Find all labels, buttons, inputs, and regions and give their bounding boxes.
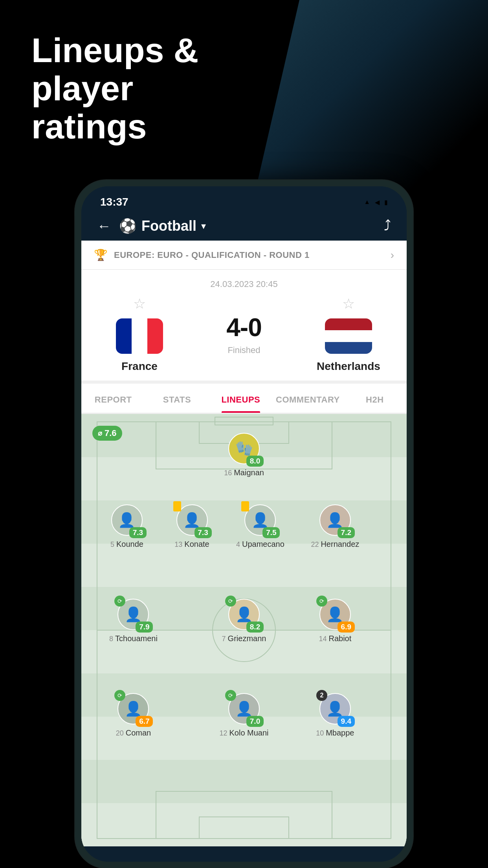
player-maignan[interactable]: 🧤 8.0 16 Maignan bbox=[216, 433, 272, 477]
player-mbappe[interactable]: 👤 2 9.4 10 Mbappe bbox=[308, 693, 363, 737]
sport-icon: ⚽ bbox=[119, 218, 137, 234]
back-button[interactable]: ← bbox=[97, 218, 111, 234]
player-kolo-muani[interactable]: 👤 ⟳ 7.0 12 Kolo Muani bbox=[216, 693, 272, 737]
tab-commentary[interactable]: COMMENTARY bbox=[273, 384, 343, 413]
sport-selector[interactable]: ⚽ Football ▾ bbox=[119, 218, 206, 234]
nav-left: ← ⚽ Football ▾ bbox=[97, 218, 206, 234]
player-name-label: 16 Maignan bbox=[224, 468, 264, 477]
rating-badge: 6.7 bbox=[136, 716, 153, 727]
yellow-card-icon bbox=[241, 501, 249, 511]
match-score: 4-0 bbox=[226, 313, 262, 342]
player-name-label: 7 Griezmann bbox=[222, 634, 266, 643]
phone-screen: 13:37 ▲ ◀ ▮ ← ⚽ Football ▾ ⤴ bbox=[81, 186, 407, 862]
nav-bar: ← ⚽ Football ▾ ⤴ bbox=[81, 211, 407, 241]
player-name-label: 20 Coman bbox=[116, 728, 151, 737]
dropdown-arrow-icon: ▾ bbox=[201, 221, 206, 232]
rating-badge: 7.3 bbox=[129, 527, 147, 538]
netherlands-flag bbox=[325, 318, 372, 354]
content-area: 🏆 EUROPE: EURO - QUALIFICATION - ROUND 1… bbox=[81, 241, 407, 846]
home-team-name: France bbox=[121, 360, 158, 373]
player-avatar-wrap: 👤 ⟳ 7.0 bbox=[228, 693, 260, 725]
tab-report[interactable]: REPORT bbox=[81, 384, 145, 413]
player-name-label: 5 Kounde bbox=[110, 540, 143, 549]
tab-lineups[interactable]: LINEUPS bbox=[209, 384, 273, 413]
average-rating-badge: ⌀ 7.6 bbox=[92, 426, 122, 441]
player-avatar-wrap: 👤 ⟳ 8.2 bbox=[228, 599, 260, 630]
match-datetime: 24.03.2023 20:45 bbox=[94, 279, 394, 289]
player-avatar-wrap: 👤 7.2 bbox=[319, 504, 351, 536]
player-upamecano[interactable]: 👤 7.5 4 Upamecano bbox=[233, 504, 288, 549]
player-avatar-wrap: 👤 7.3 bbox=[111, 504, 143, 536]
player-name-label: 14 Rabiot bbox=[319, 634, 351, 643]
home-team-flag bbox=[116, 318, 163, 354]
hero-title-line2: ratings bbox=[31, 108, 275, 146]
rating-badge: 9.4 bbox=[338, 716, 355, 727]
match-teams: ☆ France 4- bbox=[94, 296, 394, 373]
rating-badge: 8.0 bbox=[246, 456, 264, 467]
player-name-label: 12 Kolo Muani bbox=[219, 728, 268, 737]
battery-icon: ▮ bbox=[384, 199, 388, 206]
rating-badge: 6.9 bbox=[338, 622, 355, 633]
player-griezmann[interactable]: 👤 ⟳ 8.2 7 Griezmann bbox=[216, 599, 272, 643]
match-card: 24.03.2023 20:45 ☆ bbox=[81, 270, 407, 381]
player-konate[interactable]: 👤 7.3 13 Konate bbox=[165, 504, 220, 549]
players-grid: 🧤 8.0 16 Maignan 👤 7.3 bbox=[81, 414, 407, 846]
substitution-icon: ⟳ bbox=[114, 596, 125, 607]
france-flag bbox=[116, 318, 163, 354]
status-bar: 13:37 ▲ ◀ ▮ bbox=[81, 186, 407, 211]
home-team-favorite-icon[interactable]: ☆ bbox=[133, 296, 146, 312]
phone-device: 13:37 ▲ ◀ ▮ ← ⚽ Football ▾ ⤴ bbox=[75, 180, 413, 868]
player-name-label: 13 Konate bbox=[174, 540, 209, 549]
signal-icon: ◀ bbox=[375, 199, 380, 206]
flag-stripe-blue bbox=[325, 342, 372, 354]
player-rabiot[interactable]: 👤 ⟳ 6.9 14 Rabiot bbox=[308, 599, 363, 643]
phone-outer-frame: 13:37 ▲ ◀ ▮ ← ⚽ Football ▾ ⤴ bbox=[75, 180, 413, 868]
match-tabs: REPORT STATS LINEUPS COMMENTARY H2H bbox=[81, 384, 407, 413]
flag-stripe-red bbox=[325, 318, 372, 330]
player-name-label: 10 Mbappe bbox=[316, 728, 354, 737]
home-team: ☆ France bbox=[100, 296, 179, 373]
yellow-card-icon bbox=[173, 501, 181, 511]
hero-title-line1: Lineups & player bbox=[31, 31, 275, 108]
sport-label: Football bbox=[141, 218, 196, 234]
wifi-icon: ▲ bbox=[364, 199, 370, 206]
player-name-label: 4 Upamecano bbox=[236, 540, 284, 549]
player-name-label: 22 Hernandez bbox=[311, 540, 359, 549]
player-avatar-wrap: 🧤 8.0 bbox=[228, 433, 260, 464]
match-center: 4-0 Finished bbox=[226, 313, 262, 355]
flag-stripe-white bbox=[132, 318, 147, 354]
avg-rating-value: 7.6 bbox=[105, 428, 117, 438]
substitution-icon: ⟳ bbox=[316, 596, 327, 607]
player-avatar-wrap: 👤 ⟳ 6.9 bbox=[319, 599, 351, 630]
flag-stripe-red bbox=[147, 318, 163, 354]
player-hernandez[interactable]: 👤 7.2 22 Hernandez bbox=[308, 504, 363, 549]
rating-badge: 7.3 bbox=[194, 527, 212, 538]
avg-rating-icon: ⌀ bbox=[98, 429, 102, 438]
player-tchouameni[interactable]: 👤 ⟳ 7.9 8 Tchouameni bbox=[106, 599, 161, 643]
rating-badge: 7.0 bbox=[246, 716, 264, 727]
tab-stats[interactable]: STATS bbox=[145, 384, 209, 413]
player-kounde[interactable]: 👤 7.3 5 Kounde bbox=[99, 504, 154, 549]
pitch-container: ⌀ 7.6 🧤 8.0 16 Maignan bbox=[81, 414, 407, 846]
status-time: 13:37 bbox=[100, 196, 128, 208]
status-icons: ▲ ◀ ▮ bbox=[364, 199, 388, 206]
player-avatar-wrap: 👤 2 9.4 bbox=[319, 693, 351, 725]
player-name-label: 8 Tchouameni bbox=[109, 634, 158, 643]
player-coman[interactable]: 👤 ⟳ 6.7 20 Coman bbox=[106, 693, 161, 737]
league-banner[interactable]: 🏆 EUROPE: EURO - QUALIFICATION - ROUND 1… bbox=[81, 241, 407, 270]
away-team: ☆ Netherlands bbox=[309, 296, 388, 373]
flag-stripe-white bbox=[325, 330, 372, 342]
league-info: 🏆 EUROPE: EURO - QUALIFICATION - ROUND 1 bbox=[94, 248, 310, 261]
away-team-favorite-icon[interactable]: ☆ bbox=[342, 296, 355, 312]
goals-badge: 2 bbox=[316, 690, 327, 701]
player-avatar-wrap: 👤 ⟳ 7.9 bbox=[117, 599, 149, 630]
away-team-flag bbox=[325, 318, 372, 354]
share-button[interactable]: ⤴ bbox=[384, 218, 391, 234]
substitution-icon: ⟳ bbox=[114, 690, 125, 701]
match-status: Finished bbox=[227, 345, 260, 355]
tab-h2h[interactable]: H2H bbox=[343, 384, 407, 413]
hero-text: Lineups & player ratings bbox=[31, 31, 275, 145]
rating-badge: 7.2 bbox=[338, 527, 355, 538]
rating-badge: 7.5 bbox=[262, 527, 280, 538]
flag-stripe-blue bbox=[116, 318, 132, 354]
